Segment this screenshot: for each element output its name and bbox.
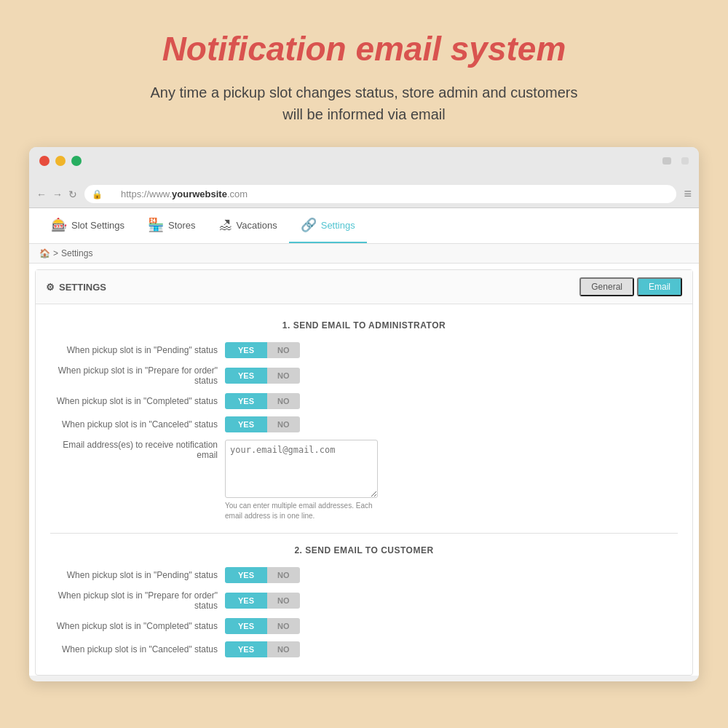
yes-canceled-customer[interactable]: YES [225,641,267,657]
toggle-completed-admin: YES NO [225,393,300,409]
section2-heading: 2. SEND EMAIL TO CUSTOMER [50,545,678,555]
form-row-email-address: Email address(es) to receive notificatio… [50,440,678,521]
breadcrumb: 🏠 > Settings [29,244,699,264]
nav-label-settings: Settings [321,220,355,231]
nav-item-vacations[interactable]: 🏖 Vacations [207,209,289,243]
label-prepare-admin: When pickup slot is in "Prepare for orde… [50,365,218,386]
nav-item-stores[interactable]: 🏪 Stores [136,208,207,243]
settings-title: ⚙ SETTINGS [46,282,106,293]
lock-icon: 🔒 [92,189,103,199]
app-content: 🎰 Slot Settings 🏪 Stores 🏖 Vacations 🔗 S… [29,208,699,676]
browser-tab-indicator2 [681,157,689,165]
browser-menu-icon[interactable]: ≡ [684,186,692,202]
label-pending-admin: When pickup slot is in "Pending" status [50,345,218,355]
url-domain: yourwebsite [172,189,227,199]
toggle-prepare-admin: YES NO [225,368,300,384]
label-canceled-admin: When pickup slot is in "Canceled" status [50,419,218,430]
toggle-prepare-customer: YES NO [225,593,300,609]
browser-dots [39,156,689,166]
no-pending-admin[interactable]: NO [267,342,300,358]
dot-minimize[interactable] [55,156,66,166]
vacations-icon: 🏖 [219,218,232,233]
form-content: 1. SEND EMAIL TO ADMINISTRATOR When pick… [36,304,692,675]
form-row-pending-admin: When pickup slot is in "Pending" status … [50,342,678,358]
settings-header: ⚙ SETTINGS General Email [36,270,692,304]
toggle-pending-customer: YES NO [225,567,300,583]
breadcrumb-current: Settings [61,248,92,258]
breadcrumb-home-icon: 🏠 [39,248,50,258]
yes-prepare-admin[interactable]: YES [225,368,267,384]
toggle-pending-admin: YES NO [225,342,300,358]
toggle-canceled-customer: YES NO [225,641,300,657]
no-canceled-customer[interactable]: NO [267,641,300,657]
nav-label-vacations: Vacations [237,220,277,231]
breadcrumb-separator: > [53,248,58,258]
label-completed-customer: When pickup slot is in "Completed" statu… [50,621,218,631]
section-divider [50,533,678,534]
form-row-prepare-admin: When pickup slot is in "Prepare for orde… [50,365,678,386]
page-subtitle: Any time a pickup slot changes status, s… [151,82,578,125]
yes-pending-customer[interactable]: YES [225,567,267,583]
form-row-canceled-customer: When pickup slot is in "Canceled" status… [50,641,678,657]
app-nav: 🎰 Slot Settings 🏪 Stores 🏖 Vacations 🔗 S… [29,208,699,244]
no-canceled-admin[interactable]: NO [267,416,300,432]
email-textarea-wrapper: You can enter multiple email addresses. … [225,440,378,521]
label-prepare-customer: When pickup slot is in "Prepare for orde… [50,590,218,611]
browser-address-bar: ← → ↻ 🔒 https://www.yourwebsite.com ≡ [29,181,699,208]
browser-tab-indicator1 [662,157,671,165]
nav-item-slot-settings[interactable]: 🎰 Slot Settings [39,208,136,243]
forward-button[interactable]: → [52,189,63,200]
form-row-canceled-admin: When pickup slot is in "Canceled" status… [50,416,678,432]
browser-window: ← → ↻ 🔒 https://www.yourwebsite.com ≡ 🎰 … [29,147,699,681]
nav-arrows: ← → ↻ [36,189,77,200]
yes-canceled-admin[interactable]: YES [225,416,267,432]
settings-panel: ⚙ SETTINGS General Email 1. SEND EMAIL T… [35,269,693,676]
settings-gear-icon: ⚙ [46,282,55,293]
settings-tabs: General Email [579,277,682,296]
form-row-completed-admin: When pickup slot is in "Completed" statu… [50,393,678,409]
url-prefix: https://www. [121,189,172,199]
label-canceled-customer: When pickup slot is in "Canceled" status [50,644,218,654]
form-row-prepare-customer: When pickup slot is in "Prepare for orde… [50,590,678,611]
url-text: https://www.yourwebsite.com [121,189,248,199]
tab-general[interactable]: General [579,277,634,296]
nav-item-settings[interactable]: 🔗 Settings [289,208,367,243]
slot-settings-icon: 🎰 [51,217,67,233]
no-completed-customer[interactable]: NO [267,618,300,634]
stores-icon: 🏪 [148,217,164,233]
refresh-button[interactable]: ↻ [68,189,77,200]
email-textarea[interactable] [225,440,378,498]
toggle-canceled-admin: YES NO [225,416,300,432]
form-row-pending-customer: When pickup slot is in "Pending" status … [50,567,678,583]
browser-chrome [29,147,699,181]
label-completed-admin: When pickup slot is in "Completed" statu… [50,396,218,406]
address-bar-field[interactable]: 🔒 https://www.yourwebsite.com [84,185,676,203]
no-completed-admin[interactable]: NO [267,393,300,409]
form-row-completed-customer: When pickup slot is in "Completed" statu… [50,618,678,634]
tab-email[interactable]: Email [637,277,682,296]
yes-pending-admin[interactable]: YES [225,342,267,358]
yes-completed-admin[interactable]: YES [225,393,267,409]
email-hint: You can enter multiple email addresses. … [225,501,378,521]
nav-label-slot-settings: Slot Settings [71,220,124,231]
nav-label-stores: Stores [168,220,196,231]
label-email-address: Email address(es) to receive notificatio… [50,440,218,460]
settings-icon: 🔗 [301,217,317,233]
yes-completed-customer[interactable]: YES [225,618,267,634]
url-suffix: .com [227,189,248,199]
page-title: Notification email system [151,29,578,68]
no-pending-customer[interactable]: NO [267,567,300,583]
no-prepare-customer[interactable]: NO [267,593,300,609]
toggle-completed-customer: YES NO [225,618,300,634]
back-button[interactable]: ← [36,189,47,200]
dot-fullscreen[interactable] [71,156,82,166]
section1-heading: 1. SEND EMAIL TO ADMINISTRATOR [50,320,678,331]
no-prepare-admin[interactable]: NO [267,368,300,384]
yes-prepare-customer[interactable]: YES [225,593,267,609]
label-pending-customer: When pickup slot is in "Pending" status [50,570,218,580]
dot-close[interactable] [39,156,50,166]
page-header: Notification email system Any time a pic… [107,0,622,140]
